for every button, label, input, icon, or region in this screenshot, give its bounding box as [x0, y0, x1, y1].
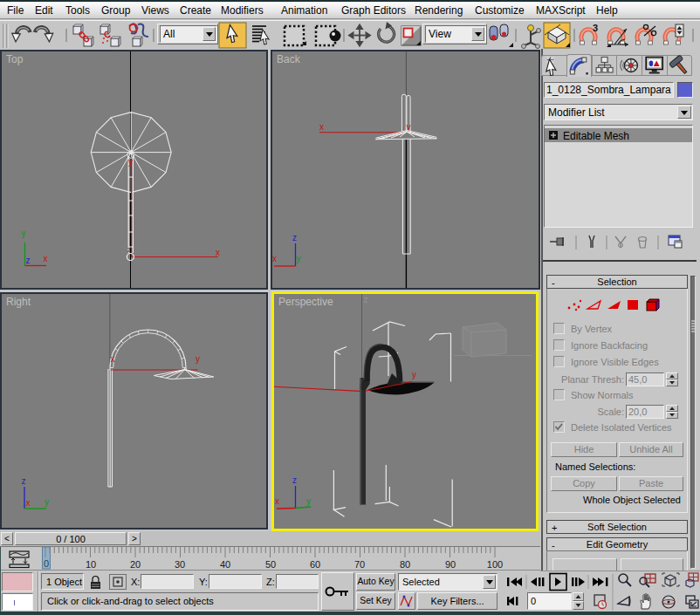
svg-text:30: 30 — [175, 559, 185, 570]
svg-text:y: y — [297, 254, 301, 263]
svg-text:y: y — [306, 496, 311, 506]
svg-text:3: 3 — [593, 23, 598, 33]
svg-text:x: x — [275, 496, 279, 506]
svg-text:x: x — [272, 254, 277, 263]
svg-text:x: x — [216, 248, 220, 257]
svg-text:y: y — [128, 157, 133, 167]
svg-text:y: y — [196, 354, 200, 364]
svg-text:y: y — [22, 229, 26, 238]
svg-text:60: 60 — [310, 559, 320, 570]
svg-text:90: 90 — [445, 559, 456, 570]
svg-text:x: x — [111, 354, 115, 364]
svg-text:z: z — [364, 295, 368, 304]
svg-text:y: y — [45, 497, 49, 507]
svg-text:20: 20 — [130, 559, 141, 570]
svg-text:100: 100 — [487, 559, 503, 570]
svg-text:z: z — [22, 476, 26, 486]
svg-text:z: z — [127, 245, 132, 254]
svg-text:z: z — [26, 256, 31, 265]
svg-text:z: z — [292, 475, 297, 485]
svg-text:x: x — [44, 254, 48, 263]
svg-text:80: 80 — [400, 559, 410, 570]
svg-text:x: x — [319, 122, 324, 132]
svg-text:10: 10 — [86, 559, 96, 570]
svg-text:0: 0 — [44, 558, 49, 569]
svg-text:x: x — [26, 498, 31, 508]
svg-text:70: 70 — [354, 559, 365, 570]
svg-text:40: 40 — [220, 559, 230, 570]
svg-text:y: y — [412, 370, 416, 379]
svg-text:z: z — [292, 233, 297, 243]
svg-text:50: 50 — [265, 559, 276, 570]
